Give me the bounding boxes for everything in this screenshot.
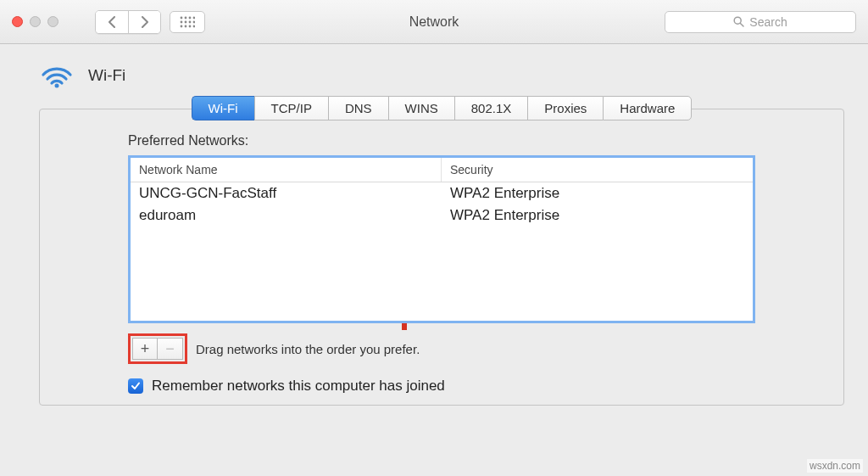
search-placeholder: Search xyxy=(749,15,787,29)
remove-network-button[interactable]: − xyxy=(158,338,183,360)
column-security[interactable]: Security xyxy=(442,158,753,182)
svg-point-14 xyxy=(55,84,59,88)
svg-point-0 xyxy=(181,16,183,19)
table-header: Network Name Security xyxy=(131,158,753,182)
content-area: Wi-Fi Wi-Fi TCP/IP DNS WINS 802.1X Proxi… xyxy=(0,44,868,406)
search-input[interactable]: Search xyxy=(665,11,856,33)
settings-panel: Wi-Fi TCP/IP DNS WINS 802.1X Proxies Har… xyxy=(39,109,844,406)
back-button[interactable] xyxy=(96,11,128,33)
remember-networks-checkbox[interactable] xyxy=(128,378,143,394)
minimize-button[interactable] xyxy=(30,16,41,27)
table-row[interactable]: eduroam WPA2 Enterprise xyxy=(131,204,753,227)
tab-8021x[interactable]: 802.1X xyxy=(454,96,528,120)
reorder-hint: Drag networks into the order you prefer. xyxy=(196,342,420,356)
interface-name: Wi-Fi xyxy=(88,66,125,85)
tab-dns[interactable]: DNS xyxy=(328,96,388,120)
window-titlebar: Network Search xyxy=(0,0,868,44)
svg-point-8 xyxy=(181,25,183,27)
table-row[interactable]: UNCG-GCN-FacStaff WPA2 Enterprise xyxy=(131,182,753,204)
grid-icon xyxy=(180,16,195,28)
tab-hardware[interactable]: Hardware xyxy=(603,96,692,120)
cell-network-name: eduroam xyxy=(131,204,442,227)
annotation-marker xyxy=(402,323,407,330)
preferred-networks-table[interactable]: Network Name Security UNCG-GCN-FacStaff … xyxy=(128,155,755,323)
checkmark-icon xyxy=(131,381,141,391)
tab-tcpip[interactable]: TCP/IP xyxy=(254,96,328,120)
annotation-highlight: + − xyxy=(128,333,187,364)
svg-point-10 xyxy=(189,25,192,27)
table-toolbar: + − Drag networks into the order you pre… xyxy=(128,333,755,364)
tab-proxies[interactable]: Proxies xyxy=(527,96,603,120)
cell-network-name: UNCG-GCN-FacStaff xyxy=(131,182,442,204)
fullscreen-button[interactable] xyxy=(47,16,58,27)
svg-line-13 xyxy=(741,23,744,26)
svg-point-1 xyxy=(185,16,187,19)
wifi-icon xyxy=(41,63,73,88)
tab-wins[interactable]: WINS xyxy=(388,96,454,120)
settings-tabs: Wi-Fi TCP/IP DNS WINS 802.1X Proxies Har… xyxy=(192,96,693,120)
svg-point-11 xyxy=(193,25,195,27)
wifi-tab-content: Preferred Networks: Network Name Securit… xyxy=(40,130,843,405)
svg-point-3 xyxy=(193,16,195,19)
svg-point-5 xyxy=(185,20,187,23)
nav-back-forward xyxy=(95,10,161,34)
chevron-right-icon xyxy=(141,16,149,28)
column-network-name[interactable]: Network Name xyxy=(131,158,442,182)
cell-security: WPA2 Enterprise xyxy=(442,182,753,204)
interface-header: Wi-Fi xyxy=(39,63,844,88)
svg-point-4 xyxy=(181,20,183,23)
close-button[interactable] xyxy=(12,16,23,27)
search-icon xyxy=(733,16,744,27)
watermark: wsxdn.com xyxy=(807,459,863,473)
add-network-button[interactable]: + xyxy=(132,338,158,360)
svg-point-6 xyxy=(189,20,192,23)
traffic-lights xyxy=(12,16,86,27)
chevron-left-icon xyxy=(108,16,116,28)
svg-point-7 xyxy=(193,20,195,23)
show-all-button[interactable] xyxy=(170,11,205,33)
forward-button[interactable] xyxy=(128,11,160,33)
remember-networks-label: Remember networks this computer has join… xyxy=(152,378,445,395)
svg-point-2 xyxy=(189,16,192,19)
remember-networks-row: Remember networks this computer has join… xyxy=(128,378,755,395)
cell-security: WPA2 Enterprise xyxy=(442,204,753,227)
preferred-networks-label: Preferred Networks: xyxy=(128,133,755,148)
tab-wifi[interactable]: Wi-Fi xyxy=(192,96,254,120)
svg-point-9 xyxy=(185,25,187,27)
